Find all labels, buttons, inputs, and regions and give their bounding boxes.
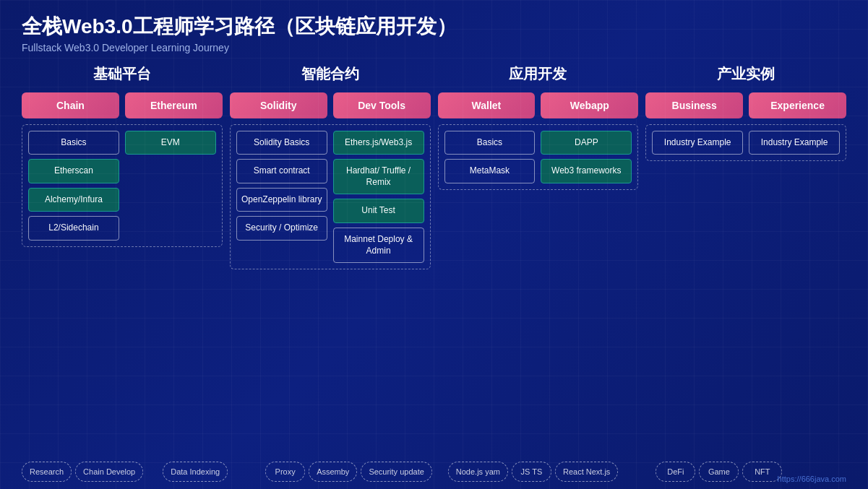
bottom-cell-bg3-2: Security update [361,462,431,482]
bottom-cell-bg4-0: Node.js yam [448,462,508,482]
cell-col4-1-0: Industry Example [749,131,840,155]
top-card-col3-1: Webapp [541,92,638,118]
bottom-cell-bg4-1: JS TS [512,462,551,482]
bottom-cell-bg1-0: Research [22,462,72,482]
sub-container-col1: BasicsEtherscanAlchemy/InfuraL2/Sidechai… [22,124,223,247]
cell-col2-1-0: Ethers.js/Web3.js [333,131,424,155]
cell-col2-0-0: Solidity Basics [236,131,327,155]
col-header-col3: 应用开发 [438,64,639,84]
cell-col3-1-0: DAPP [541,131,632,155]
col-header-col4: 产业实例 [645,64,846,84]
bottom-cell-bg5-2: NFT [742,462,782,482]
top-card-col3-0: Wallet [438,92,536,118]
col-header-col2: 智能合约 [230,64,431,84]
sub-col-col2-0: Solidity BasicsSmart contractOpenZeppeli… [236,131,327,264]
sub-container-col3: BasicsMetaMaskDAPPWeb3 frameworks [438,124,639,190]
sub-container-col2: Solidity BasicsSmart contractOpenZeppeli… [230,124,431,270]
cell-col2-0-1: Smart contract [236,159,327,183]
sub-col-col3-0: BasicsMetaMask [444,131,536,183]
top-card-col1-1: Ethereum [125,92,223,118]
title-main: 全栈Web3.0工程师学习路径（区块链应用开发） [22,14,846,39]
sub-col-col4-1: Industry Example [749,131,840,155]
columns-wrapper: 基础平台ChainEthereumBasicsEtherscanAlchemy/… [22,64,846,270]
bottom-cell-bg5-0: DeFi [656,462,695,482]
bottom-group-bg5: DeFiGameNFT [656,462,782,482]
column-col3: 应用开发WalletWebappBasicsMetaMaskDAPPWeb3 f… [438,64,639,270]
cell-col3-1-1: Web3 frameworks [541,159,632,183]
bottom-cell-bg5-1: Game [699,462,739,482]
bottom-cell-bg1-1: Chain Develop [75,462,143,482]
cell-col4-0-0: Industry Example [652,131,743,155]
column-col4: 产业实例BusinessExperienceIndustry ExampleIn… [645,64,846,270]
cell-col1-0-2: Alchemy/Infura [28,188,119,212]
cell-col2-0-3: Security / Optimize [236,216,327,241]
bottom-cell-bg2-0: Data Indexing [163,462,228,482]
column-col1: 基础平台ChainEthereumBasicsEtherscanAlchemy/… [22,64,223,270]
top-card-col2-0: Solidity [230,92,327,118]
sub-col-col3-1: DAPPWeb3 frameworks [541,131,632,183]
cell-col2-1-2: Unit Test [333,199,424,223]
cell-col3-0-1: MetaMask [444,159,536,183]
title-sub: Fullstack Web3.0 Developer Learning Jour… [22,42,846,53]
sub-col-col1-1: EVM [125,131,216,241]
sub-col-col1-0: BasicsEtherscanAlchemy/InfuraL2/Sidechai… [28,131,119,241]
sub-container-col4: Industry ExampleIndustry Example [645,124,846,162]
sub-col-col4-0: Industry Example [652,131,743,155]
bottom-group-bg1: ResearchChain Develop [22,462,143,482]
bottom-row: ResearchChain DevelopData IndexingProxyA… [22,462,846,482]
sub-col-col2-1: Ethers.js/Web3.jsHardhat/ Truffle / Remi… [333,131,424,264]
column-col2: 智能合约SolidityDev ToolsSolidity BasicsSmar… [230,64,431,270]
bottom-cell-bg3-0: Proxy [265,462,305,482]
cell-col2-1-1: Hardhat/ Truffle / Remix [333,159,424,194]
main-container: 全栈Web3.0工程师学习路径（区块链应用开发） Fullstack Web3.… [0,0,868,489]
watermark: https://666java.com [778,475,846,483]
top-cards-row-col2: SolidityDev Tools [230,92,431,118]
top-card-col1-0: Chain [22,92,119,118]
cell-col1-1-0: EVM [125,131,216,155]
bottom-group-bg2: Data Indexing [163,462,228,482]
bottom-group-bg3: ProxyAssembySecurity update [265,462,432,482]
cell-col2-0-2: OpenZeppelin library [236,188,327,212]
header-section: 全栈Web3.0工程师学习路径（区块链应用开发） Fullstack Web3.… [22,14,846,53]
bottom-cell-bg4-2: React Next.js [555,462,618,482]
top-card-col2-1: Dev Tools [333,92,431,118]
cell-col1-0-1: Etherscan [28,159,119,183]
top-cards-row-col4: BusinessExperience [645,92,846,118]
bottom-cell-bg3-1: Assemby [309,462,357,482]
top-card-col4-1: Experience [749,92,846,118]
cell-col2-1-3: Mainnet Deploy & Admin [333,228,424,263]
cell-col1-0-0: Basics [28,131,119,155]
top-cards-row-col3: WalletWebapp [438,92,639,118]
bottom-group-bg4: Node.js yamJS TSReact Next.js [448,462,619,482]
top-cards-row-col1: ChainEthereum [22,92,223,118]
top-card-col4-0: Business [645,92,743,118]
cell-col1-0-3: L2/Sidechain [28,216,119,241]
col-header-col1: 基础平台 [22,64,223,84]
cell-col3-0-0: Basics [444,131,536,155]
